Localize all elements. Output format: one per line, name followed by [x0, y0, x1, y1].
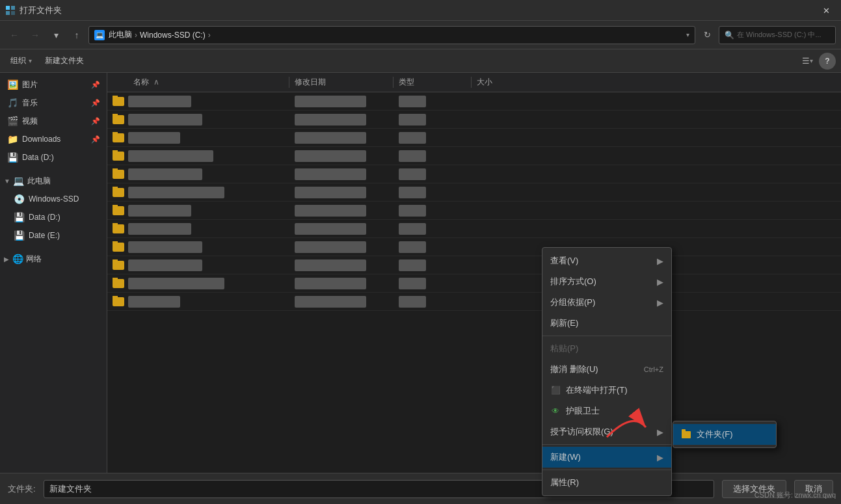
file-name-cell: ████████████ — [107, 241, 289, 253]
organize-chevron: ▾ — [29, 57, 32, 64]
file-name-cell: ██████████ — [107, 223, 289, 235]
svg-rect-3 — [11, 11, 15, 15]
downloads-icon: 📁 — [7, 133, 18, 145]
network-label: 网络 — [26, 254, 103, 265]
sidebar-item-downloads[interactable]: 📁 Downloads 📌 — [1, 130, 105, 148]
menu-item-sort[interactable]: 排序方式(O) ▶ — [542, 271, 671, 292]
file-name-cell: ██████████ — [107, 96, 289, 107]
windows-ssd-icon: 💿 — [13, 193, 25, 205]
sidebar-item-data-drive[interactable]: 💾 Data (D:) — [0, 208, 107, 226]
file-name-cell: ████████████████ — [107, 187, 289, 198]
file-type: ████ — [394, 188, 472, 197]
table-row[interactable]: ██████████ ████████████ ████ — [107, 220, 841, 238]
folder-icon — [113, 297, 124, 306]
refresh-button[interactable]: ↻ — [698, 26, 716, 44]
new-folder-label: 新建文件夹 — [45, 55, 84, 66]
new-arrow-icon: ▶ — [657, 453, 663, 462]
file-name: ████████████ — [128, 259, 202, 271]
video-label: 视频 — [22, 116, 87, 127]
table-row[interactable]: ██████████ ████████████ ████ — [107, 202, 841, 220]
file-name: ████████████████ — [128, 187, 224, 198]
sidebar-item-video[interactable]: 🎬 视频 📌 — [1, 112, 105, 130]
folder-icon — [113, 206, 124, 215]
data-drive-label: Data (D:) — [29, 213, 101, 222]
sidebar-item-pictures[interactable]: 🖼️ 图片 📌 — [1, 75, 105, 94]
submenu-item-folder[interactable]: 文件夹(F) — [673, 424, 776, 445]
sidebar-item-music[interactable]: 🎵 音乐 📌 — [1, 94, 105, 112]
table-row[interactable]: ██████████ ████████████ ████ — [107, 92, 841, 111]
menu-item-terminal[interactable]: ⬛ 在终端中打开(T) — [542, 380, 671, 401]
music-pin: 📌 — [91, 99, 100, 107]
table-row[interactable]: ████████████████ ████████████ ████ — [107, 274, 841, 293]
this-pc-header[interactable]: ▼ 💻 此电脑 — [0, 172, 107, 190]
file-type: ████ — [394, 206, 472, 215]
table-row[interactable]: ████████ ████████████ ████ — [107, 129, 841, 147]
svg-rect-1 — [11, 6, 15, 10]
table-row[interactable]: ████████████ ████████████ ████ — [107, 256, 841, 274]
network-expand: ▶ — [4, 256, 9, 263]
dropdown-button[interactable]: ▾ — [47, 26, 65, 44]
folder-submenu-icon — [681, 429, 691, 440]
folder-icon — [113, 97, 124, 106]
file-type: ████ — [394, 224, 472, 233]
file-name: ████████ — [128, 132, 180, 144]
menu-item-paste[interactable]: 粘贴(P) — [542, 338, 671, 359]
path-dropdown-icon[interactable]: ▾ — [686, 31, 689, 38]
view-button[interactable]: ☰ ▾ — [798, 53, 816, 70]
terminal-icon: ⬛ — [550, 385, 561, 395]
search-box[interactable]: 🔍 在 Windows-SSD (C:) 中... — [719, 26, 836, 44]
menu-item-new[interactable]: 新建(W) ▶ 文件夹(F) — [542, 447, 671, 468]
windows-ssd-label: Windows-SSD — [29, 194, 101, 204]
folder-label: 文件夹: — [8, 483, 36, 495]
table-row[interactable]: ████████ ████████████ ████ — [107, 293, 841, 311]
view-icon: ☰ — [802, 56, 810, 66]
sidebar-item-windows-ssd[interactable]: 💿 Windows-SSD — [0, 190, 107, 208]
file-list: ██████████ ████████████ ████ ███████████… — [107, 92, 841, 473]
forward-button[interactable]: → — [26, 26, 44, 44]
menu-item-group[interactable]: 分组依据(P) ▶ — [542, 292, 671, 313]
table-row[interactable]: ████████████████ ████████████ ████ — [107, 183, 841, 202]
table-row[interactable]: ████████████ ████████████ ████ — [107, 111, 841, 129]
file-name: ██████████ — [128, 205, 191, 217]
new-folder-button[interactable]: 新建文件夹 — [40, 53, 89, 70]
help-button[interactable]: ? — [819, 53, 836, 70]
sidebar-item-date-drive[interactable]: 💾 Date (E:) — [0, 226, 107, 245]
table-row[interactable]: ████████████ ████████████ ████ — [107, 165, 841, 183]
folder-icon — [113, 279, 124, 288]
folder-icon — [113, 152, 124, 161]
col-date[interactable]: 修改日期 — [289, 77, 394, 88]
address-path[interactable]: 💻 此电脑 › Windows-SSD (C:) › ▾ — [88, 26, 695, 44]
up-button[interactable]: ↑ — [68, 26, 86, 44]
file-type: ████ — [394, 115, 472, 124]
table-row[interactable]: ██████████████ ████████████ ████ — [107, 147, 841, 165]
col-type[interactable]: 类型 — [394, 77, 472, 88]
menu-item-view[interactable]: 查看(V) ▶ — [542, 250, 671, 271]
file-type: ████ — [394, 152, 472, 161]
svg-rect-2 — [6, 11, 10, 15]
this-pc-icon: 💻 — [13, 175, 25, 187]
organize-button[interactable]: 组织 ▾ — [5, 53, 37, 70]
bottom-bar: 文件夹: 选择文件夹 取消 — [0, 473, 841, 504]
menu-item-properties[interactable]: 属性(R) — [542, 472, 671, 493]
sidebar-item-data-d[interactable]: 💾 Data (D:) — [1, 148, 105, 166]
view-arrow-icon: ▶ — [657, 256, 663, 266]
menu-item-refresh[interactable]: 刷新(E) — [542, 313, 671, 334]
file-name-cell: ████████████ — [107, 259, 289, 271]
file-name-cell: ████████ — [107, 132, 289, 144]
file-area: 名称 ∧ 修改日期 类型 大小 ██████████ █████████ — [107, 73, 841, 473]
file-name: ██████████ — [128, 96, 191, 107]
close-button[interactable]: ✕ — [811, 0, 841, 21]
undo-shortcut: Ctrl+Z — [644, 365, 663, 373]
date-drive-icon: 💾 — [13, 230, 25, 241]
network-header[interactable]: ▶ 🌐 网络 — [0, 250, 107, 268]
file-date: ████████████ — [289, 206, 394, 215]
table-row[interactable]: ████████████ ████████████ ████ — [107, 238, 841, 256]
svg-rect-0 — [6, 6, 10, 10]
menu-item-undo[interactable]: 撤消 删除(U) Ctrl+Z — [542, 359, 671, 380]
file-type: ████ — [394, 243, 472, 252]
file-name: ██████████████ — [128, 150, 213, 162]
col-name[interactable]: 名称 ∧ — [107, 77, 289, 88]
col-size[interactable]: 大小 — [472, 77, 524, 88]
sort-arrow-icon: ▶ — [657, 277, 663, 287]
back-button[interactable]: ← — [5, 26, 23, 44]
